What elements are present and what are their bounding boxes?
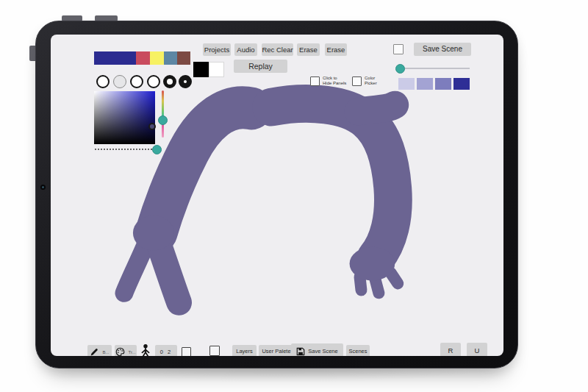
redo-button[interactable]: R xyxy=(440,343,461,356)
save-scene-checkbox[interactable] xyxy=(393,44,404,54)
pose-person-icon[interactable] xyxy=(139,343,152,356)
transform-tool-label: Tr... xyxy=(128,350,135,354)
color-picker-checkbox[interactable] xyxy=(352,76,362,86)
save-scene-top-label: Save Scene xyxy=(423,46,462,53)
hue-slider-handle[interactable] xyxy=(158,115,168,125)
size-slider-handle[interactable] xyxy=(152,145,162,154)
brush-size-5[interactable] xyxy=(163,75,176,88)
shade-swatch-1[interactable] xyxy=(398,78,415,90)
replay-label: Replay xyxy=(248,63,273,71)
undo-label: U xyxy=(475,347,480,354)
primary-color-swatch[interactable] xyxy=(193,62,209,77)
projects-button[interactable]: Projects xyxy=(203,43,231,56)
front-camera xyxy=(40,185,46,190)
audio-button[interactable]: Audio xyxy=(234,43,257,56)
hide-panels-label-line2: Hide Panels xyxy=(323,81,346,86)
brush-size-6[interactable] xyxy=(179,75,192,88)
color-picker-label-line1: Color xyxy=(365,76,377,81)
transform-tool-button[interactable]: Tr... xyxy=(115,345,137,356)
palette-swatch-yellow[interactable] xyxy=(150,51,164,65)
brush-tool-label: B... xyxy=(102,350,109,354)
hide-panels-label: Click to Hide Panels xyxy=(323,76,346,86)
palette-swatch-red[interactable] xyxy=(136,51,150,65)
undo-button[interactable]: U xyxy=(467,343,487,356)
palette-swatch-blue[interactable] xyxy=(94,51,136,65)
bottom-checkbox-2[interactable] xyxy=(209,346,220,356)
save-scene-button-bottom[interactable]: Save Scene xyxy=(291,343,343,356)
brush-tool-button[interactable]: B... xyxy=(87,345,112,356)
app-screen: Projects Audio Rec Clear Erase Erase Rep… xyxy=(51,35,503,356)
brush-size-3[interactable] xyxy=(130,75,143,88)
projects-label: Projects xyxy=(204,46,229,54)
erase-button-1[interactable]: Erase xyxy=(297,43,320,56)
brush-size-2[interactable] xyxy=(113,75,126,88)
shade-swatch-4[interactable] xyxy=(453,78,470,90)
layers-label: Layers xyxy=(236,349,253,354)
tablet-frame: Projects Audio Rec Clear Erase Erase Rep… xyxy=(35,21,518,368)
hide-panels-checkbox[interactable] xyxy=(310,76,320,86)
page: Projects Audio Rec Clear Erase Erase Rep… xyxy=(0,0,588,392)
shade-slider-track[interactable] xyxy=(405,68,470,69)
color-selector-ring[interactable] xyxy=(148,123,156,130)
shade-swatch-3[interactable] xyxy=(435,78,451,90)
erase-label: Erase xyxy=(327,46,345,54)
shade-slider-handle[interactable] xyxy=(395,64,405,74)
size-slider-track[interactable] xyxy=(95,149,152,150)
scenes-button[interactable]: Scenes xyxy=(346,345,370,356)
scenes-label: Scenes xyxy=(348,349,367,354)
erase-button-2[interactable]: Erase xyxy=(325,43,347,56)
replay-button[interactable]: Replay xyxy=(234,60,287,73)
color-picker-label: Color Picker xyxy=(365,76,377,86)
palette-swatch-brown[interactable] xyxy=(177,51,190,65)
redo-label: R xyxy=(448,347,453,354)
hide-panels-label-line1: Click to xyxy=(323,76,346,81)
brush-size-1[interactable] xyxy=(96,75,110,88)
erase-label: Erase xyxy=(299,46,318,54)
palette-icon xyxy=(115,347,125,356)
save-scene-bottom-label: Save Scene xyxy=(308,349,337,354)
hue-slider[interactable] xyxy=(162,90,164,138)
rec-clear-button[interactable]: Rec Clear xyxy=(262,43,293,56)
saturation-brightness-picker[interactable] xyxy=(94,91,155,144)
brush-size-4[interactable] xyxy=(147,75,160,88)
marker-pen-icon xyxy=(90,347,99,356)
secondary-color-swatch[interactable] xyxy=(209,62,224,77)
floppy-save-icon xyxy=(296,347,305,356)
camera-lens-glint xyxy=(42,186,44,188)
rec-clear-label: Rec Clear xyxy=(262,46,293,54)
bottom-checkbox-1[interactable] xyxy=(182,347,191,356)
palette-swatch-steelblue[interactable] xyxy=(164,51,177,65)
save-scene-button-top[interactable]: Save Scene xyxy=(414,43,471,56)
color-picker-label-line2: Picker xyxy=(365,81,377,86)
user-palette-button[interactable]: User Palete xyxy=(259,345,294,356)
user-palette-label: User Palete xyxy=(262,349,290,354)
frame-counter-value: 0 2 xyxy=(160,349,172,355)
layers-button[interactable]: Layers xyxy=(232,345,257,356)
audio-label: Audio xyxy=(237,46,254,54)
shade-swatch-2[interactable] xyxy=(417,78,433,90)
frame-counter-button[interactable]: 0 2 xyxy=(155,345,177,356)
